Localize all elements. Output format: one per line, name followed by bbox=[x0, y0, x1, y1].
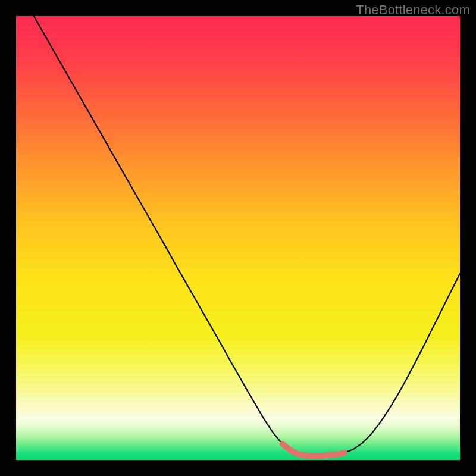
attribution-label: TheBottleneck.com bbox=[356, 2, 470, 18]
bottleneck-chart bbox=[0, 0, 476, 476]
gradient-background bbox=[16, 16, 460, 460]
chart-frame: TheBottleneck.com bbox=[0, 0, 476, 476]
